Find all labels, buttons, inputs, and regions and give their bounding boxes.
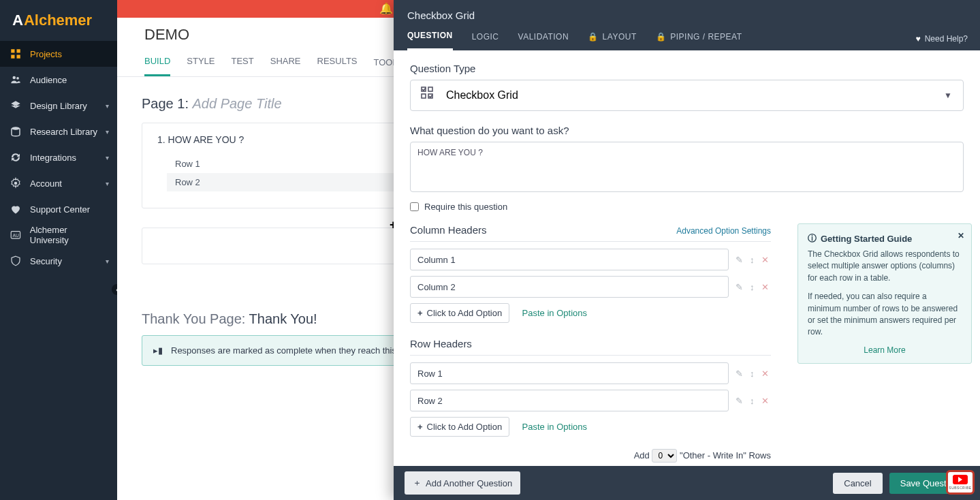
layers-icon [10, 99, 22, 112]
close-icon[interactable]: ✕ [958, 231, 964, 240]
tab-build[interactable]: BUILD [144, 56, 170, 76]
row-option-input[interactable] [410, 362, 729, 384]
logo-text: AAlchemer [12, 12, 92, 29]
page-title-placeholder[interactable]: Add Page Title [193, 96, 282, 111]
question-text-input[interactable]: HOW ARE YOU ? [410, 142, 964, 192]
bell-icon[interactable]: 🔔 [379, 2, 393, 15]
delete-icon[interactable]: ✕ [761, 282, 769, 292]
move-icon[interactable]: ↕ [750, 396, 755, 406]
svg-rect-1 [17, 49, 20, 52]
sidebar-item-university[interactable]: AU Alchemer University [0, 222, 117, 248]
sidebar-item-audience[interactable]: Audience [0, 67, 117, 93]
add-another-question-button[interactable]: ＋Add Another Question [405, 471, 520, 495]
require-checkbox[interactable] [410, 202, 419, 211]
sidebar-item-integrations[interactable]: Integrations ▾ [0, 144, 117, 170]
svg-point-5 [16, 77, 19, 80]
tab-share[interactable]: SHARE [270, 56, 301, 76]
other-rows-select[interactable]: 0 [652, 449, 677, 463]
add-row-option-button[interactable]: +Click to Add Option [410, 417, 509, 437]
edit-icon[interactable]: ✎ [736, 369, 743, 379]
move-icon[interactable]: ↕ [750, 369, 755, 379]
sidebar-item-security[interactable]: Security ▾ [0, 248, 117, 274]
sidebar-item-label: Projects [30, 49, 62, 59]
logo: AAlchemer [0, 0, 117, 41]
require-label: Require this question [424, 202, 507, 212]
gear-icon [10, 177, 22, 189]
chevron-down-icon: ▾ [106, 128, 109, 136]
modal-tab-validation[interactable]: VALIDATION [518, 31, 569, 50]
sidebar-item-label: Research Library [30, 127, 97, 137]
svg-rect-3 [17, 55, 20, 59]
row-option-input[interactable] [410, 390, 729, 411]
getting-started-guide: ✕ ⓘGetting Started Guide The Checkbox Gr… [797, 223, 972, 364]
delete-icon[interactable]: ✕ [761, 255, 769, 265]
sidebar-item-label: Support Center [30, 204, 90, 215]
edit-icon[interactable]: ✎ [736, 255, 743, 265]
other-rows-control: Add 0 "Other - Write In" Rows [410, 449, 771, 463]
row-option-row: ✎↕✕ [410, 390, 771, 411]
chevron-down-icon: ▾ [106, 257, 109, 265]
delete-icon[interactable]: ✕ [761, 369, 769, 379]
edit-icon[interactable]: ✎ [736, 282, 743, 292]
advanced-option-settings-link[interactable]: Advanced Option Settings [676, 226, 771, 236]
svg-rect-12 [422, 94, 426, 98]
sidebar-item-label: Alchemer University [30, 225, 108, 245]
sidebar-item-label: Integrations [30, 153, 76, 163]
svg-rect-0 [11, 49, 14, 52]
delete-icon[interactable]: ✕ [761, 396, 769, 406]
modal-tab-logic[interactable]: LOGIC [472, 31, 499, 50]
svg-point-4 [13, 76, 16, 80]
youtube-subscribe-badge[interactable]: SUBSCRIBE [946, 470, 975, 495]
plus-icon: ＋ [413, 477, 422, 489]
tab-test[interactable]: TEST [231, 56, 253, 76]
column-option-input[interactable] [410, 249, 729, 270]
modal-tab-question[interactable]: QUESTION [407, 31, 453, 50]
question-editor-modal: Checkbox Grid QUESTION LOGIC VALIDATION … [394, 0, 980, 500]
question-text-label: What question do you want to ask? [410, 125, 964, 136]
shield-icon [10, 255, 22, 267]
modal-header: Checkbox Grid QUESTION LOGIC VALIDATION … [394, 0, 980, 50]
lock-icon: 🔒 [588, 32, 599, 42]
paste-columns-link[interactable]: Paste in Options [522, 308, 587, 318]
page-label: Page 1: [142, 96, 193, 111]
svg-rect-11 [428, 87, 432, 91]
question-type-label: Question Type [410, 63, 964, 74]
sidebar-item-research-library[interactable]: Research Library ▾ [0, 119, 117, 144]
column-option-input[interactable] [410, 276, 729, 298]
move-icon[interactable]: ↕ [750, 282, 755, 292]
sidebar-item-account[interactable]: Account ▾ [0, 170, 117, 196]
question-type-select[interactable]: Checkbox Grid ▼ [410, 80, 964, 111]
row-headers-label: Row Headers [410, 338, 771, 349]
youtube-subscribe-label: SUBSCRIBE [949, 486, 971, 490]
cancel-button[interactable]: Cancel [833, 473, 882, 494]
sidebar-item-support[interactable]: Support Center [0, 196, 117, 222]
tab-results[interactable]: RESULTS [317, 56, 358, 76]
guide-title: ⓘGetting Started Guide [808, 232, 962, 245]
info-icon: ⓘ [808, 232, 817, 245]
sidebar-item-design-library[interactable]: Design Library ▾ [0, 93, 117, 119]
add-column-option-button[interactable]: +Click to Add Option [410, 303, 509, 323]
chevron-down-icon: ▾ [106, 154, 109, 161]
tab-style[interactable]: STYLE [187, 56, 215, 76]
move-icon[interactable]: ↕ [750, 255, 755, 265]
svg-point-7 [14, 182, 18, 185]
need-help-link[interactable]: ♥Need Help? [916, 34, 968, 44]
modal-tab-piping[interactable]: 🔒PIPING / REPEAT [656, 31, 742, 50]
checkbox-grid-icon [420, 86, 437, 105]
require-question-toggle[interactable]: Require this question [410, 202, 964, 212]
youtube-play-icon [953, 475, 968, 484]
modal-tab-layout[interactable]: 🔒LAYOUT [588, 31, 637, 50]
learn-more-link[interactable]: Learn More [808, 345, 962, 355]
paste-rows-link[interactable]: Paste in Options [522, 422, 587, 432]
column-headers-label: Column Headers [410, 224, 487, 236]
sidebar-item-label: Design Library [30, 101, 87, 111]
guide-text: If needed, you can also require a minimu… [808, 291, 962, 339]
sidebar-item-projects[interactable]: Projects [0, 41, 117, 67]
edit-icon[interactable]: ✎ [736, 396, 743, 406]
guide-text: The Checkbox Grid allows respondents to … [808, 249, 962, 284]
sidebar-item-label: Account [30, 178, 62, 189]
sync-icon [10, 151, 22, 163]
column-option-row: ✎↕✕ [410, 249, 771, 270]
sidebar: AAlchemer Projects Audience Design Libra… [0, 0, 117, 500]
lock-icon: 🔒 [656, 32, 667, 42]
